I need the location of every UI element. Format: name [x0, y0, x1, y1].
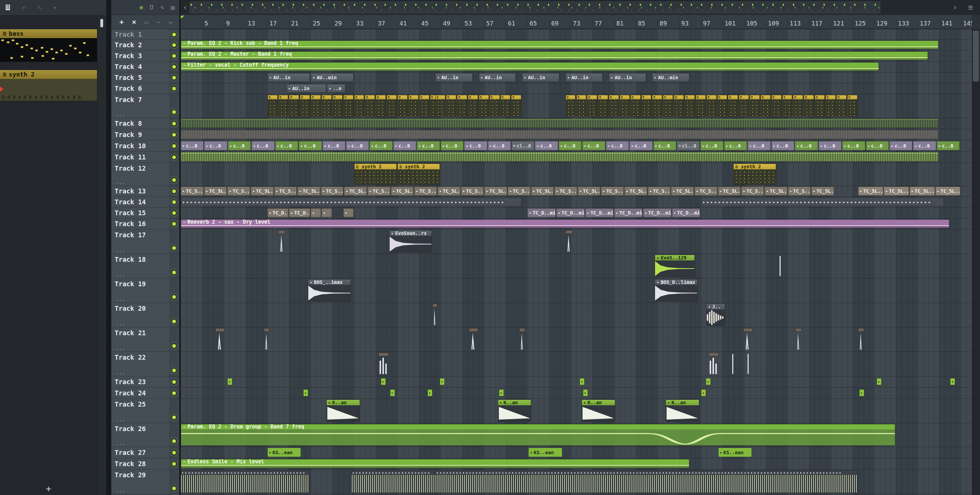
clip-chip[interactable]: ▸TC_D..min — [289, 208, 310, 217]
track-row[interactable]: Track 15 — [111, 208, 179, 219]
clip-chip[interactable]: ▸TC_5L..rc_2 — [251, 187, 274, 195]
track-row[interactable]: Track 13 — [111, 186, 179, 197]
track-mute-led[interactable] — [171, 86, 177, 92]
pattern-clip[interactable]: ≡ — [620, 95, 630, 117]
timeline-tick[interactable]: 21 — [289, 20, 298, 27]
clip-chip[interactable]: ▸TC_5L..rc_2 — [884, 187, 909, 195]
playlist-lane[interactable] — [181, 152, 972, 163]
magnet-icon[interactable]: Ω — [150, 4, 153, 11]
track-mute-led[interactable] — [171, 177, 177, 183]
pattern-clip[interactable]: ≡ — [772, 95, 782, 117]
pattern-clip[interactable]: ≡ — [706, 95, 717, 117]
clip-chip[interactable]: ×cl..0 — [677, 141, 700, 150]
audio-clip-small[interactable] — [278, 230, 285, 252]
clip-chip[interactable]: ▸ — [343, 208, 353, 217]
timeline-tick[interactable]: 133 — [896, 20, 909, 27]
clip-chip[interactable]: ▸TC_5L..rc_2 — [910, 187, 935, 195]
playlist-lane[interactable]: ~Param. EQ 2 - Drum group - Band 7 freq — [181, 423, 972, 447]
audio-clip-small[interactable] — [566, 230, 572, 252]
track-mute-led[interactable] — [171, 188, 177, 194]
audio-clip[interactable]: ▸AU..in — [609, 73, 646, 82]
track-row[interactable]: Track 27 — [111, 447, 179, 458]
pattern-clip[interactable]: ≡ — [501, 95, 511, 117]
track-mute-led[interactable] — [171, 154, 177, 160]
vertical-scrollbar[interactable] — [972, 29, 980, 495]
clip-chip[interactable]: ▸c..0 — [582, 141, 605, 150]
track-row[interactable]: Track 8 — [111, 118, 179, 129]
clip-chip[interactable]: ▸TC_S..rc_2 — [601, 187, 624, 195]
pattern-clip[interactable]: ≡ — [609, 95, 619, 117]
clip-chip[interactable]: ▸c..0 — [181, 141, 204, 150]
track-mute-led[interactable] — [171, 270, 177, 275]
clip-chip[interactable]: ▸TC_S..rc_2 — [414, 187, 437, 195]
timeline-tick[interactable]: 57 — [484, 20, 494, 27]
pattern-clip[interactable]: ≡ — [804, 95, 814, 117]
clip-chip[interactable]: ▸c..0 — [630, 141, 652, 150]
track-sublane-dots[interactable]: ... — [115, 179, 125, 185]
audio-stripe-clip[interactable] — [181, 130, 939, 139]
pattern-clip[interactable]: ≡ — [435, 95, 445, 117]
pattern-clip[interactable]: ≡ — [354, 95, 364, 117]
clip-chip[interactable]: ▸TC_5L..rc_2 — [765, 187, 788, 195]
timeline-tick[interactable]: 49 — [441, 20, 450, 27]
timeline-tick[interactable]: 5 — [202, 20, 208, 27]
clip-chip[interactable]: ▸c..0 — [251, 141, 274, 150]
playlist-lane[interactable]: ▸TC_D..min▸TC_D..min▸▸▸▸TC_D..min▸TC_D..… — [181, 208, 972, 219]
track-row[interactable]: Track 26... — [111, 423, 179, 447]
vertical-scroll-handle[interactable] — [973, 30, 979, 82]
pattern-clip[interactable]: ≡ — [387, 95, 397, 117]
audio-clip-small[interactable] — [743, 328, 752, 351]
delete-tool-icon[interactable]: × — [132, 18, 137, 26]
audio-stripe-clip[interactable] — [181, 119, 939, 128]
overview-menu-icon[interactable]: ≡ — [968, 0, 973, 15]
mini-clip[interactable]: ▸ — [859, 389, 864, 397]
clip-chip[interactable]: ▸c..0 — [535, 141, 558, 150]
clip-chip[interactable]: ▸TC_D..min — [556, 208, 585, 217]
clip-chip[interactable]: ▸TC_S..rc_2 — [788, 187, 811, 195]
timeline-tick[interactable]: 141 — [939, 20, 953, 27]
picker-add-button[interactable]: + — [46, 484, 51, 493]
marker-line-clip[interactable] — [732, 354, 733, 374]
track-sublane-dots[interactable]: ... — [115, 297, 125, 302]
pattern-clip[interactable]: ≡ — [419, 95, 430, 117]
clip-chip[interactable]: ▸TC_5L..rc_2 — [298, 187, 320, 195]
clip-chip[interactable]: ▸ — [311, 208, 321, 217]
track-row[interactable]: Track 17... — [111, 230, 179, 254]
pattern-clip[interactable]: ≡ — [446, 95, 456, 117]
pattern-clip[interactable]: ≡ — [408, 95, 418, 117]
track-row[interactable]: Track 11 — [111, 152, 179, 163]
playlist-lane[interactable]: ▸c..0▸c..0▸c..0▸c..0▸c..0▸c..0▸c..0▸c..0… — [181, 140, 972, 152]
pattern-clip[interactable]: ≡ synth 2 — [354, 163, 397, 185]
scroll-right-icon[interactable]: › — [953, 0, 957, 15]
audio-clip[interactable]: ▸AU..in — [286, 84, 326, 93]
clip-chip[interactable]: ▸c..0 — [913, 141, 936, 150]
pattern-view-icon[interactable]: ▤ — [171, 4, 175, 11]
track-row[interactable]: Track 16 — [111, 219, 179, 230]
marker-line-clip[interactable] — [748, 354, 749, 374]
automation-clip[interactable]: ~Filter - vocal - Cutoff frequency — [181, 62, 879, 71]
pattern-clip[interactable]: ≡ — [343, 95, 353, 117]
stretch-tool-icon[interactable]: ↔ — [169, 18, 172, 26]
audio-clip[interactable]: ▸AU..in — [566, 73, 603, 82]
timeline-tick[interactable]: 89 — [657, 20, 667, 27]
timeline-tick[interactable]: 125 — [853, 20, 866, 27]
playlist-lane[interactable]: ~Filter - vocal - Cutoff frequency — [181, 62, 972, 72]
timeline-tick[interactable]: 97 — [701, 20, 711, 27]
playlist-lane[interactable]: ~Param. EQ 2 - Master - Band 1 freq — [181, 51, 972, 62]
track-mute-led[interactable] — [171, 75, 177, 81]
track-row[interactable]: Track 20... — [111, 303, 179, 327]
audio-clip-small[interactable] — [433, 304, 437, 326]
pattern-clip[interactable]: ≡ — [728, 95, 738, 117]
track-row[interactable]: Track 2 — [111, 40, 179, 51]
timeline-tick[interactable]: 81 — [614, 20, 624, 27]
clip-chip[interactable]: ▸c..0 — [795, 141, 818, 150]
track-mute-led[interactable] — [171, 414, 177, 420]
clip-chip[interactable]: ▸TC_5L..rc_2 — [811, 187, 834, 195]
timeline-tick[interactable]: 69 — [549, 20, 559, 27]
track-row[interactable]: Track 23 — [111, 376, 179, 387]
audio-clip[interactable]: ▸BOS_..imax — [308, 279, 350, 301]
clip-chip[interactable]: ▸c..0 — [204, 141, 227, 150]
clip-chip[interactable]: ▸c..0 — [323, 141, 345, 150]
pattern-clip[interactable]: ≡ — [278, 95, 288, 117]
pencil-tool-icon[interactable]: ✎ — [160, 4, 164, 11]
